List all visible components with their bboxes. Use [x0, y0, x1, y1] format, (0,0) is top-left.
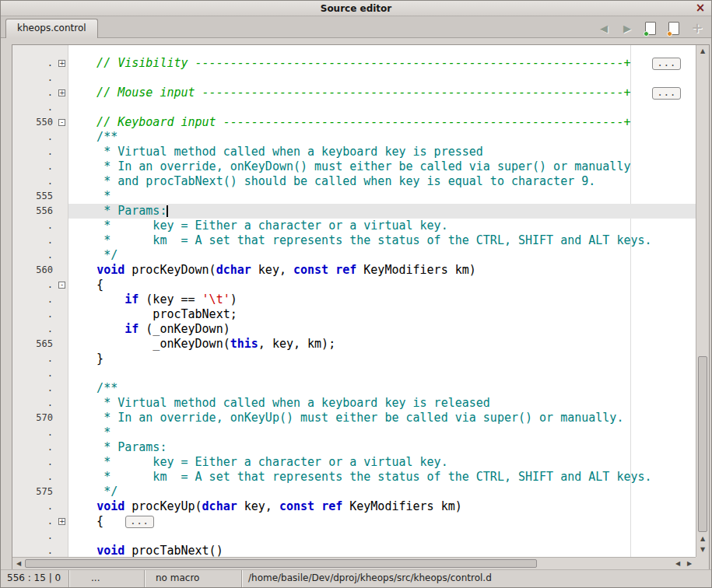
scroll-left-secondary-button[interactable]: ◀	[672, 558, 683, 569]
code-token: * km = A set that represents the status …	[68, 470, 652, 484]
fold-margin	[57, 233, 68, 248]
code-token: , key, km);	[258, 337, 335, 351]
fold-margin	[57, 307, 68, 322]
code-line[interactable]: }	[68, 352, 696, 366]
code-token	[68, 322, 125, 336]
nav-forward-button[interactable]: ▶	[619, 20, 635, 36]
code-line[interactable]: if (key == '\t')	[68, 292, 696, 307]
fold-collapse-icon[interactable]: -	[58, 119, 65, 126]
code-line[interactable]: * km = A set that represents the status …	[68, 470, 696, 485]
scroll-up-secondary-button[interactable]: ▲	[696, 534, 709, 544]
scroll-down-button[interactable]: ▼	[696, 544, 709, 555]
code-line[interactable]: * and procTabNext() should be called whe…	[68, 174, 696, 189]
horizontal-scroll-thumb[interactable]	[25, 559, 537, 568]
open-document-button[interactable]	[666, 20, 682, 36]
code-line[interactable]: * km = A set that represents the status …	[68, 233, 696, 248]
code-line[interactable]: * Virtual method called when a keyboard …	[68, 396, 696, 411]
status-caret-position: 556 : 15 | 0	[1, 570, 69, 587]
code-line[interactable]: // Mouse input -------------------------…	[68, 86, 696, 100]
scroll-left-button[interactable]: ◀	[13, 558, 24, 569]
fold-margin	[57, 204, 68, 219]
code-token	[314, 499, 321, 513]
code-token	[68, 292, 125, 306]
code-area[interactable]: // Visibility --------------------------…	[68, 45, 696, 557]
tab-kheops-control[interactable]: kheops.control	[5, 19, 98, 38]
code-line[interactable]	[68, 100, 696, 115]
vertical-scrollbar[interactable]: ▲ ▲ ▼	[696, 45, 709, 557]
fold-margin	[57, 352, 68, 366]
scroll-right-button[interactable]: ▶	[684, 558, 695, 569]
code-token	[68, 263, 96, 277]
gutter-row: .	[12, 248, 68, 263]
code-line[interactable]: // Keyboard input ----------------------…	[68, 115, 696, 130]
folded-region-indicator[interactable]: ...	[652, 58, 681, 70]
code-line[interactable]: */	[68, 248, 696, 263]
code-token	[328, 263, 335, 277]
code-token: procTabNext()	[125, 544, 223, 557]
scroll-up-button[interactable]: ▲	[696, 46, 709, 57]
code-token: /**	[68, 130, 117, 144]
close-window-button[interactable]: ×	[694, 1, 707, 16]
code-line[interactable]	[68, 366, 696, 381]
code-line[interactable]: {...	[68, 514, 696, 529]
nav-back-button[interactable]: ◀	[596, 20, 612, 36]
folded-region-indicator[interactable]: ...	[125, 516, 154, 528]
fold-margin	[57, 189, 68, 204]
fold-margin	[57, 322, 68, 337]
code-token: */	[68, 485, 117, 499]
code-line[interactable]: void procKeyDown(dchar key, const ref Ke…	[68, 263, 696, 278]
code-line[interactable]: *	[68, 189, 696, 204]
code-line[interactable]: * In an override, onKeyDown() must eithe…	[68, 159, 696, 174]
code-line[interactable]: /**	[68, 381, 696, 396]
code-line[interactable]: procTabNext;	[68, 307, 696, 322]
gutter-line-number: 555	[12, 189, 57, 204]
gutter-dot: .	[12, 56, 57, 71]
code-token: dchar	[216, 263, 251, 277]
gutter-row: .	[12, 396, 68, 411]
code-token: this	[230, 337, 258, 351]
code-line[interactable]: void procTabNext()	[68, 544, 696, 557]
code-line[interactable]	[68, 529, 696, 544]
fold-margin	[57, 130, 68, 145]
vertical-scroll-thumb[interactable]	[698, 356, 707, 532]
code-line[interactable]: void procKeyUp(dchar key, const ref KeyM…	[68, 499, 696, 514]
fold-expand-icon[interactable]: +	[58, 518, 65, 525]
fold-expand-icon[interactable]: +	[58, 89, 65, 96]
code-line[interactable]: * Virtual method called when a keyboard …	[68, 145, 696, 159]
titlebar[interactable]: Source editor ×	[1, 1, 711, 16]
fold-margin	[57, 174, 68, 189]
horizontal-scrollbar[interactable]: ◀ ◀ ▶	[12, 557, 696, 569]
code-line[interactable]: *	[68, 425, 696, 440]
gutter-row: .	[12, 470, 68, 485]
code-line[interactable]: * Params:	[68, 440, 696, 455]
tabbar: kheops.control ◀ ▶ +	[1, 16, 711, 38]
gutter-dot: .	[12, 145, 57, 159]
code-line[interactable]: * Params:	[68, 204, 696, 219]
editor-viewport[interactable]: .+..+.550-....555556...560.-...565....57…	[12, 45, 696, 557]
code-token: key,	[251, 263, 293, 277]
code-line[interactable]: /**	[68, 130, 696, 145]
detach-editor-button[interactable]: +	[689, 20, 705, 36]
gutter-row: 555	[12, 189, 68, 204]
code-token: * Params:	[68, 204, 167, 218]
code-line[interactable]: * In an override, onKeyUp() must either …	[68, 411, 696, 425]
code-line[interactable]: * key = Either a character or a virtual …	[68, 455, 696, 470]
gutter-dot: .	[12, 248, 57, 263]
code-line[interactable]	[68, 71, 696, 86]
fold-expand-icon[interactable]: +	[58, 60, 65, 67]
fold-collapse-icon[interactable]: -	[58, 282, 65, 289]
code-token: *	[68, 425, 110, 439]
code-token: const	[293, 263, 328, 277]
code-line[interactable]: * key = Either a character or a virtual …	[68, 219, 696, 233]
code-line[interactable]: // Visibility --------------------------…	[68, 56, 696, 71]
folded-region-indicator[interactable]: ...	[652, 87, 681, 100]
code-line[interactable]: _onKeyDown(this, key, km);	[68, 337, 696, 352]
new-document-button[interactable]	[643, 20, 658, 36]
code-line[interactable]: {	[68, 278, 696, 292]
fold-margin	[57, 337, 68, 352]
code-line[interactable]: if (_onKeyDown)	[68, 322, 696, 337]
code-line[interactable]: */	[68, 485, 696, 499]
gutter-row: 570	[12, 411, 68, 425]
code-token: * km = A set that represents the status …	[68, 233, 652, 247]
gutter-row: .	[12, 219, 68, 233]
